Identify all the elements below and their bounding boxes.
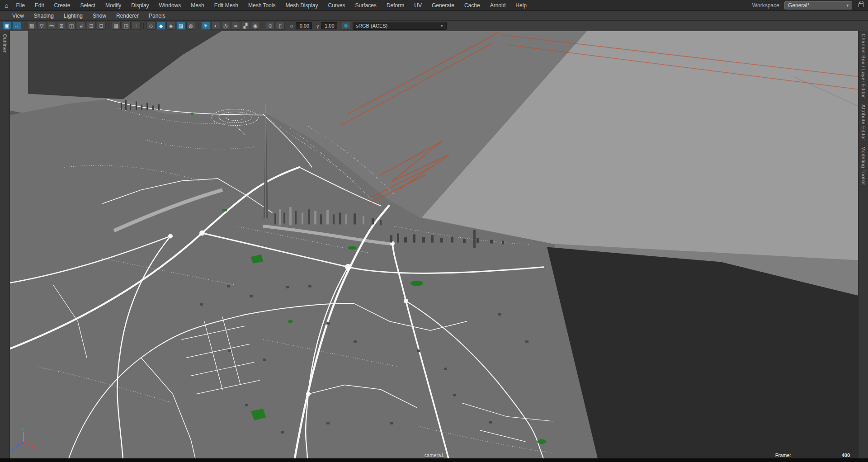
frame-label: Frame: — [775, 453, 791, 458]
depth-of-field-icon[interactable]: ◉ — [251, 22, 260, 30]
toolbar-icon — [263, 23, 263, 29]
menu-item[interactable]: Arnold — [485, 0, 511, 11]
toolbar-icon — [24, 23, 24, 29]
lock-icon[interactable] — [859, 3, 863, 7]
main-menus: FileEditCreateSelectModifyDisplayWindows… — [11, 0, 532, 11]
workspace-area: Workspace: General* ▾ — [752, 1, 863, 9]
frame-value: 400 — [842, 453, 850, 458]
menu-item[interactable]: Display — [126, 0, 154, 11]
viewport-canvas: x y z — [10, 31, 858, 458]
menu-item[interactable]: Edit — [30, 0, 49, 11]
field-chart-icon[interactable]: # — [77, 22, 86, 30]
menu-item[interactable]: Curves — [323, 0, 350, 11]
safe-action-icon[interactable]: ⊡ — [87, 22, 96, 30]
grid-icon[interactable]: ▦ — [112, 22, 121, 30]
maya-window: ⌂ FileEditCreateSelectModifyDisplayWindo… — [0, 0, 868, 462]
panel-menu-item[interactable]: Panels — [144, 11, 170, 21]
shadows-icon[interactable]: ◐ — [211, 22, 220, 30]
color-management-icon — [344, 24, 348, 28]
right-panel-tabs: Channel Box / Layer EditorAttribute Edit… — [858, 31, 868, 458]
motion-blur-icon[interactable]: ≈ — [231, 22, 240, 30]
bottom-edge-strip — [0, 458, 868, 462]
wireframe-icon[interactable]: ◇ — [146, 22, 156, 30]
left-panel-tabs: Outliner — [0, 31, 10, 458]
menu-item[interactable]: Select — [75, 0, 100, 11]
menu-item[interactable]: Edit Mesh — [209, 0, 243, 11]
chevron-down-icon: ▾ — [846, 3, 849, 8]
menu-item[interactable]: File — [11, 0, 29, 11]
menu-item[interactable]: Cache — [459, 0, 485, 11]
panel-tab[interactable]: Attribute Editor — [861, 104, 866, 140]
toolbar-icon — [108, 23, 109, 29]
handles-icon[interactable]: + — [132, 22, 141, 30]
menu-item[interactable]: Help — [510, 0, 532, 11]
frame-hud: Frame: 400 — [775, 453, 850, 458]
bookmark-icon[interactable]: ▽ — [37, 22, 46, 30]
panel-tab[interactable]: Modeling Toolkit — [861, 146, 866, 185]
viewport[interactable]: x y z camera1 Frame: 400 — [10, 31, 858, 458]
pan-zoom-icon[interactable]: ↔ — [12, 22, 21, 30]
smooth-shade-icon[interactable]: ◆ — [156, 22, 165, 30]
work-area: Outliner — [0, 31, 868, 458]
menu-item[interactable]: UV — [409, 0, 427, 11]
menu-item[interactable]: Generate — [427, 0, 459, 11]
toolbar-icon — [143, 23, 144, 29]
colorspace-value: sRGB (ACES) — [356, 23, 388, 28]
panel-menu-item[interactable]: View — [7, 11, 29, 21]
menu-item[interactable]: Modify — [100, 0, 126, 11]
workspace-dropdown[interactable]: General* ▾ — [784, 1, 852, 9]
wireframe-on-shaded-icon[interactable]: ◈ — [166, 22, 175, 30]
home-icon[interactable]: ⌂ — [5, 2, 8, 9]
gate-mask-icon[interactable]: ◫ — [67, 22, 76, 30]
color-management-toggle[interactable] — [342, 22, 350, 30]
menu-item[interactable]: Mesh Tools — [243, 0, 280, 11]
axis-y-label: y — [22, 427, 24, 431]
menu-item[interactable]: Deform — [382, 0, 409, 11]
gamma-field[interactable]: 1.00 — [321, 22, 337, 29]
resolution-gate-icon[interactable]: ⊞ — [57, 22, 66, 30]
viewport-toolbar: ▣↔▧▽▭⊞◫#⊡⊟▦◳+◇◆◈▨◍☀◐◎≈▞◉⊙▯ ☼ 0.00 γ 1.00… — [0, 21, 868, 31]
panel-menu-item[interactable]: Lighting — [59, 11, 88, 21]
hud-toggle-icon[interactable]: ◳ — [122, 22, 131, 30]
axis-z-label: z — [12, 447, 14, 452]
panel-tab[interactable]: Channel Box / Layer Editor — [861, 34, 866, 98]
toolbar-icon — [198, 23, 198, 29]
exposure-field[interactable]: 0.00 — [296, 22, 312, 29]
anti-aliasing-icon[interactable]: ▞ — [241, 22, 250, 30]
gamma-icon: γ — [316, 23, 319, 28]
colorspace-dropdown[interactable]: sRGB (ACES) ▾ — [353, 22, 447, 30]
panel-menu-item[interactable]: Renderer — [111, 11, 144, 21]
workspace-label: Workspace: — [752, 2, 781, 9]
viewport-toolbar-icons: ▣↔▧▽▭⊞◫#⊡⊟▦◳+◇◆◈▨◍☀◐◎≈▞◉⊙▯ — [2, 22, 285, 30]
menu-item[interactable]: Mesh — [186, 0, 209, 11]
panel-menu-item[interactable]: Show — [88, 11, 111, 21]
occlusion-icon[interactable]: ◎ — [221, 22, 230, 30]
panel-menubar: ViewShadingLightingShowRendererPanels — [0, 11, 868, 21]
axis-x-label: x — [35, 446, 38, 451]
chevron-down-icon: ▾ — [441, 24, 443, 28]
menu-item[interactable]: Create — [49, 0, 75, 11]
safe-title-icon[interactable]: ⊟ — [97, 22, 106, 30]
menu-item[interactable]: Surfaces — [350, 0, 382, 11]
menu-item[interactable]: Windows — [154, 0, 186, 11]
camera-name-hud: camera1 — [425, 453, 444, 458]
menu-item[interactable]: Mesh Display — [280, 0, 323, 11]
use-default-material-icon[interactable]: ◍ — [186, 22, 195, 30]
image-plane-icon[interactable]: ▧ — [27, 22, 36, 30]
exposure-icon: ☼ — [289, 23, 294, 28]
film-gate-icon[interactable]: ▭ — [47, 22, 56, 30]
lights-icon[interactable]: ☀ — [201, 22, 210, 30]
panel-menu-item[interactable]: Shading — [29, 11, 59, 21]
main-menubar: ⌂ FileEditCreateSelectModifyDisplayWindo… — [0, 0, 868, 11]
panel-tab[interactable]: Outliner — [2, 34, 8, 53]
workspace-value: General* — [788, 2, 809, 9]
x-ray-icon[interactable]: ▯ — [276, 22, 285, 30]
select-camera-icon[interactable]: ▣ — [2, 22, 11, 30]
isolate-select-icon[interactable]: ⊙ — [266, 22, 275, 30]
textured-icon[interactable]: ▨ — [176, 22, 185, 30]
